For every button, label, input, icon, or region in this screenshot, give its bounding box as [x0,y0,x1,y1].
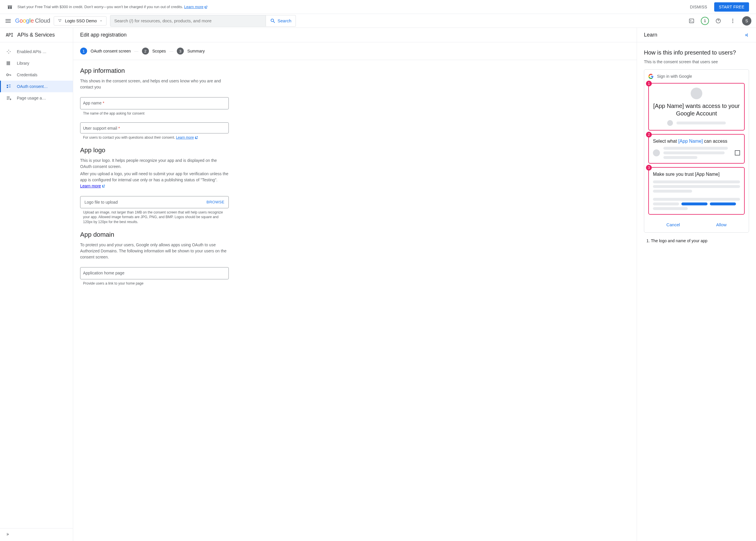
user-support-email-label: User support email * [83,126,120,131]
svg-rect-0 [8,6,10,9]
logo-upload-helper: Upload an image, not larger than 1MB on … [83,210,229,225]
sidebar-item-label: OAuth consent… [17,84,48,89]
browse-button[interactable]: BROWSE [206,200,224,204]
more-icon[interactable] [728,16,738,26]
svg-rect-2 [8,6,12,6]
svg-rect-22 [7,85,8,86]
sidebar-item-label: Credentials [17,73,37,77]
sidebar-collapse[interactable] [0,528,73,541]
svg-rect-3 [6,19,11,20]
sidebar-item-credentials[interactable]: Credentials [0,69,73,81]
search-input[interactable] [114,18,262,23]
page-title: Edit app registration [73,28,637,42]
step-summary[interactable]: 3 Summary [177,48,205,55]
caret-down-icon [99,19,103,23]
preview-card-2: 2 Select what [App Name] can access [648,134,745,164]
app-logo-desc1: This is your logo. It helps people recog… [80,158,229,170]
caret-down-icon [84,126,88,130]
preview-card-3: 3 Make sure you trust [App Name] [648,167,745,215]
library-icon [6,60,12,66]
learn-title: Learn [644,32,657,38]
app-logo-desc2: After you upload a logo, you will need t… [80,171,229,189]
app-domain-desc: To protect you and your users, Google on… [80,242,229,260]
project-icon [57,18,63,24]
svg-rect-20 [9,61,10,65]
start-free-button[interactable]: START FREE [714,2,749,12]
learn-heading: How is this info presented to users? [644,49,749,56]
project-picker[interactable]: Logto SSO Demo [54,16,107,26]
cloud-shell-icon[interactable] [686,16,697,26]
learn-sub: This is the consent screen that users se… [644,60,749,64]
app-logo-title: App logo [80,147,229,154]
svg-point-26 [10,99,11,100]
sidebar-item-page-usage[interactable]: Page usage a… [0,92,73,104]
svg-rect-24 [9,85,11,85]
trial-badge[interactable]: 1 [701,17,709,25]
svg-point-21 [7,74,9,76]
banner-text: Start your Free Trial with $300 in credi… [17,5,690,9]
avatar[interactable]: S [742,16,751,26]
svg-point-15 [7,51,8,52]
svg-point-11 [732,19,733,19]
sidebar-item-oauth-consent[interactable]: OAuth consent… [0,81,73,92]
menu-icon[interactable] [5,17,12,24]
help-icon[interactable] [713,16,723,26]
stepper: 1 OAuth consent screen — 2 Scopes — 3 Su… [73,42,637,60]
app-domain-title: App domain [80,231,229,239]
google-g-icon [648,74,654,79]
step-scopes[interactable]: 2 Scopes [142,48,166,55]
svg-rect-25 [9,87,11,87]
svg-point-16 [10,51,11,52]
search-icon [270,18,276,24]
app-name-field[interactable] [80,97,229,109]
svg-rect-18 [7,61,8,65]
agreements-icon [6,95,12,101]
consent-icon [6,84,12,89]
enabled-apis-icon [6,49,12,55]
api-icon: API [6,33,13,38]
preview-card-1: 1 [App Name] wants access to your Google… [648,83,745,131]
svg-point-14 [8,50,9,51]
consent-preview: Sign in with Google 1 [App Name] wants a… [644,69,749,233]
svg-rect-23 [7,87,8,88]
banner-learn-more-link[interactable]: Learn more [184,5,207,9]
logo-learn-more-link[interactable]: Learn more [80,184,105,188]
svg-point-13 [732,22,733,23]
collapse-icon [6,532,10,537]
search-button[interactable]: Search [266,15,296,27]
app-info-title: App information [80,67,229,75]
app-name-helper: The name of the app asking for consent [83,111,229,116]
svg-point-6 [59,19,60,20]
logo-upload-field[interactable]: Logo file to upload BROWSE [80,196,229,208]
search-input-wrap[interactable] [110,15,266,27]
dismiss-button[interactable]: DISMISS [690,5,707,9]
sidebar-item-label: Enabled APIs … [17,49,46,54]
user-support-email-helper: For users to contact you with questions … [83,135,229,140]
sidebar-item-label: Library [17,61,29,66]
app-home-page-field[interactable] [80,267,229,279]
gift-icon [7,4,13,10]
sidebar-header[interactable]: API APIs & Services [0,28,73,42]
svg-point-12 [732,20,733,21]
svg-point-8 [60,21,60,22]
project-name: Logto SSO Demo [65,19,97,23]
sidebar-item-enabled-apis[interactable]: Enabled APIs … [0,46,73,57]
svg-rect-9 [690,19,694,23]
preview-allow: Allow [716,222,727,227]
svg-rect-4 [6,21,11,21]
sidebar-item-label: Page usage a… [17,96,46,100]
sidebar-item-library[interactable]: Library [0,57,73,69]
collapse-panel-icon[interactable] [743,32,749,38]
google-cloud-logo[interactable]: Google Cloud [15,17,50,24]
user-support-email-field[interactable]: User support email * [80,122,229,134]
app-info-desc: This shows in the consent screen, and he… [80,78,229,90]
app-home-page-helper: Provide users a link to your home page [83,281,229,286]
svg-point-7 [60,19,61,20]
svg-rect-19 [8,61,9,65]
svg-rect-28 [747,33,748,37]
email-learn-more-link[interactable]: Learn more [176,136,198,140]
logo-upload-label: Logo file to upload [84,200,118,205]
key-icon [6,72,12,78]
svg-point-17 [8,53,9,54]
step-oauth-consent[interactable]: 1 OAuth consent screen [80,48,131,55]
